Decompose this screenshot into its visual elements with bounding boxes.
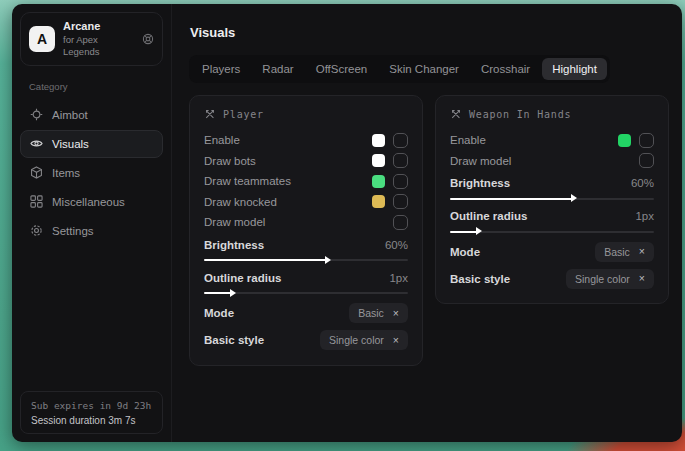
setting-row-basic-style: Basic styleSingle color× bbox=[450, 267, 654, 290]
panel-player: PlayerEnableDraw botsDraw teammatesDraw … bbox=[189, 95, 423, 366]
tab-crosshair[interactable]: Crosshair bbox=[471, 58, 540, 80]
brand-text: Arcane for Apex Legends bbox=[63, 20, 134, 58]
slider-brightness[interactable] bbox=[204, 256, 408, 265]
checkbox[interactable] bbox=[639, 133, 654, 148]
slider-thumb[interactable] bbox=[476, 227, 482, 235]
setting-row-outline-radius: Outline radius1px bbox=[204, 268, 408, 288]
crosshair-icon bbox=[30, 108, 43, 121]
gear-icon bbox=[30, 224, 43, 237]
select-pill-mode[interactable]: Basic× bbox=[595, 242, 654, 262]
sidebar-item-aimbot[interactable]: Aimbot bbox=[20, 101, 163, 129]
checkbox[interactable] bbox=[393, 174, 408, 189]
panel-title: Player bbox=[223, 109, 264, 120]
sidebar-item-label: Aimbot bbox=[52, 109, 88, 121]
tab-radar[interactable]: Radar bbox=[252, 58, 303, 80]
select-pill-mode[interactable]: Basic× bbox=[349, 303, 408, 323]
setting-row-draw-model: Draw model bbox=[204, 212, 408, 233]
setting-row-draw-model: Draw model bbox=[450, 151, 654, 172]
setting-label: Mode bbox=[204, 307, 349, 319]
select-value: Basic bbox=[604, 246, 630, 258]
checkbox[interactable] bbox=[639, 153, 654, 168]
setting-label: Enable bbox=[204, 134, 372, 146]
swords-icon bbox=[204, 108, 216, 120]
checkbox[interactable] bbox=[393, 215, 408, 230]
setting-row-mode: ModeBasic× bbox=[204, 302, 408, 325]
slider-fill bbox=[204, 259, 326, 261]
tab-highlight[interactable]: Highlight bbox=[542, 58, 607, 80]
setting-label: Mode bbox=[450, 246, 595, 258]
color-swatch[interactable] bbox=[372, 175, 385, 188]
setting-label: Draw model bbox=[450, 155, 639, 167]
x-icon[interactable]: × bbox=[393, 335, 399, 346]
slider-fill bbox=[204, 292, 231, 294]
setting-row-brightness: Brightness60% bbox=[450, 173, 654, 193]
panels-area: PlayerEnableDraw botsDraw teammatesDraw … bbox=[189, 95, 669, 366]
tab-skin-changer[interactable]: Skin Changer bbox=[379, 58, 469, 80]
setting-label: Basic style bbox=[450, 273, 566, 285]
sidebar-item-miscellaneous[interactable]: Miscellaneous bbox=[20, 188, 163, 216]
slider-value: 1px bbox=[635, 210, 654, 222]
setting-row-draw-knocked: Draw knocked bbox=[204, 192, 408, 213]
color-swatch[interactable] bbox=[372, 134, 385, 147]
box-icon bbox=[30, 166, 43, 179]
setting-row-enable: Enable bbox=[204, 130, 408, 151]
select-value: Single color bbox=[575, 273, 630, 285]
slider-fill bbox=[450, 231, 477, 233]
slider-thumb[interactable] bbox=[571, 194, 577, 202]
setting-row-outline-radius: Outline radius1px bbox=[450, 206, 654, 226]
slider-thumb[interactable] bbox=[230, 289, 236, 297]
app-title: Arcane bbox=[63, 20, 134, 34]
setting-label: Brightness bbox=[204, 239, 385, 251]
setting-label: Brightness bbox=[450, 177, 631, 189]
panel-header: Weapon In Hands bbox=[450, 108, 654, 120]
setting-row-draw-teammates: Draw teammates bbox=[204, 171, 408, 192]
sidebar-item-items[interactable]: Items bbox=[20, 159, 163, 187]
sidebar-nav: AimbotVisualsItemsMiscellaneousSettings bbox=[12, 101, 171, 245]
category-label: Category bbox=[29, 81, 171, 92]
select-value: Basic bbox=[358, 307, 384, 319]
setting-row-basic-style: Basic styleSingle color× bbox=[204, 329, 408, 352]
slider-brightness[interactable] bbox=[450, 194, 654, 203]
panel-weapon-in-hands: Weapon In HandsEnableDraw modelBrightnes… bbox=[435, 95, 669, 304]
slider-value: 1px bbox=[389, 272, 408, 284]
tab-players[interactable]: Players bbox=[192, 58, 250, 80]
sidebar-item-label: Visuals bbox=[52, 138, 89, 150]
select-pill-basic-style[interactable]: Single color× bbox=[320, 330, 408, 350]
slider-outline-radius[interactable] bbox=[204, 289, 408, 298]
slider-value: 60% bbox=[631, 177, 654, 189]
sidebar-item-label: Miscellaneous bbox=[52, 196, 125, 208]
setting-label: Basic style bbox=[204, 334, 320, 346]
select-pill-basic-style[interactable]: Single color× bbox=[566, 269, 654, 289]
sidebar-item-label: Settings bbox=[52, 225, 94, 237]
slider-fill bbox=[450, 198, 572, 200]
sidebar: A Arcane for Apex Legends Category Aimbo… bbox=[12, 4, 172, 442]
x-icon[interactable]: × bbox=[639, 246, 645, 257]
lifebuoy-icon[interactable] bbox=[142, 33, 154, 45]
slider-thumb[interactable] bbox=[325, 256, 331, 264]
checkbox[interactable] bbox=[393, 153, 408, 168]
setting-label: Draw teammates bbox=[204, 175, 372, 187]
color-swatch[interactable] bbox=[618, 134, 631, 147]
color-swatch[interactable] bbox=[372, 154, 385, 167]
subscription-box: Sub expires in 9d 23h Session duration 3… bbox=[20, 391, 163, 434]
swords-icon bbox=[450, 108, 462, 120]
tab-offscreen[interactable]: OffScreen bbox=[306, 58, 378, 80]
setting-row-mode: ModeBasic× bbox=[450, 240, 654, 263]
x-icon[interactable]: × bbox=[639, 273, 645, 284]
session-duration-text: Session duration 3m 7s bbox=[31, 415, 152, 426]
sidebar-item-visuals[interactable]: Visuals bbox=[20, 130, 163, 158]
setting-label: Outline radius bbox=[204, 272, 389, 284]
slider-outline-radius[interactable] bbox=[450, 227, 654, 236]
setting-label: Draw knocked bbox=[204, 196, 372, 208]
setting-row-enable: Enable bbox=[450, 130, 654, 151]
app-window: A Arcane for Apex Legends Category Aimbo… bbox=[12, 4, 682, 442]
sub-expiry-text: Sub expires in 9d 23h bbox=[31, 400, 152, 411]
setting-label: Outline radius bbox=[450, 210, 635, 222]
tab-bar: PlayersRadarOffScreenSkin ChangerCrossha… bbox=[189, 55, 610, 83]
x-icon[interactable]: × bbox=[393, 308, 399, 319]
sidebar-item-settings[interactable]: Settings bbox=[20, 217, 163, 245]
checkbox[interactable] bbox=[393, 194, 408, 209]
checkbox[interactable] bbox=[393, 133, 408, 148]
color-swatch[interactable] bbox=[372, 195, 385, 208]
grid-icon bbox=[30, 195, 43, 208]
